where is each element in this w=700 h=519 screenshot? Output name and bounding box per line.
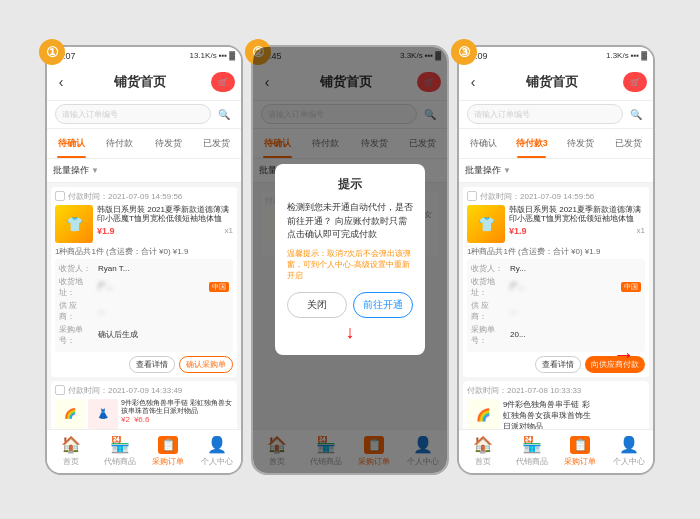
modal-note-2: 温馨提示：取消7次后不会弹出该弹窗，可到个人中心-高级设置中重新开启 <box>287 248 413 282</box>
order-price-1-2a: ¥2 <box>121 415 130 424</box>
tab-1-0[interactable]: 待确认 <box>47 129 96 158</box>
bottom-nav-products-3[interactable]: 🏪 代销商品 <box>508 430 557 473</box>
phone-3: 15:09 1.3K/s ▪▪▪ ▓ ‹ 铺货首页 🛒 请输入订单编号 🔍 <box>457 45 655 475</box>
product-emoji-3-1: 👕 <box>478 216 495 232</box>
action-row-1-1: 查看详情 确认采购单 <box>55 356 233 373</box>
search-btn-3[interactable]: 🔍 <box>627 105 645 123</box>
buyer-label-supplier-1: 供 应 商： <box>59 300 95 322</box>
buyer-info-3-1: 收货人： Ry... 收货地址： 广... 中国 供 应 商： ... 采购单号… <box>467 259 645 352</box>
bottom-nav-home-1[interactable]: 🏠 首页 <box>47 430 96 473</box>
cart-icon-3[interactable]: 🛒 <box>623 72 647 92</box>
order-date-3-1: 付款时间：2021-07-09 14:59:56 <box>480 191 594 202</box>
detail-btn-3-1[interactable]: 查看详情 <box>535 356 581 373</box>
buyer-purchase-1: 确认后生成 <box>98 329 229 340</box>
step-3-container: ③ 15:09 1.3K/s ▪▪▪ ▓ ‹ 铺货首页 🛒 请输入订单编号 🔍 <box>457 45 655 475</box>
orders-icon-3: 📋 <box>570 436 590 454</box>
products-icon-1: 🏪 <box>110 436 130 454</box>
tab-3-0[interactable]: 待确认 <box>459 129 508 158</box>
buyer-label-purchase-3: 采购单号： <box>471 324 507 346</box>
order-qty-3-1: x1 <box>637 226 645 236</box>
cart-symbol-3: 🛒 <box>630 78 640 87</box>
batch-label-1: 批量操作 <box>53 164 89 177</box>
step-3-label: ③ <box>451 39 477 65</box>
batch-arrow-3: ▼ <box>503 166 511 175</box>
order-summary-3-1: 1种商品共1件 (含运费：合计 ¥0) ¥1.9 <box>467 246 645 257</box>
order-img-1-1: 👕 <box>55 205 93 243</box>
bottom-nav-orders-1[interactable]: 📋 采购订单 <box>144 430 193 473</box>
order-header-left-1-1: 付款时间：2021-07-09 14:59:56 <box>55 191 182 202</box>
buyer-row-name-1: 收货人： Ryan T... <box>59 263 229 274</box>
bottom-nav-3: 🏠 首页 🏪 代销商品 📋 采购订单 👤 个人中心 <box>459 429 653 473</box>
buyer-name-1: Ryan T... <box>98 264 229 273</box>
tab-3-3[interactable]: 已发货 <box>605 129 654 158</box>
batch-arrow-1: ▼ <box>91 166 99 175</box>
tab-1-1[interactable]: 待付款 <box>96 129 145 158</box>
tab-3-2[interactable]: 待发货 <box>556 129 605 158</box>
detail-btn-1-1[interactable]: 查看详情 <box>129 356 175 373</box>
buyer-row-addr-1: 收货地址： 广... 中国 <box>59 276 229 298</box>
checkbox-3-1[interactable] <box>467 191 477 201</box>
back-btn-3[interactable]: ‹ <box>465 74 481 90</box>
orders-symbol-1: 📋 <box>161 438 176 452</box>
cart-icon-1[interactable]: 🛒 <box>211 72 235 92</box>
modal-overlay-2: 提示 检测到您未开通自动代付，是否前往开通？ 向应账付款时只需点击确认即可完成付… <box>253 47 447 473</box>
checkbox-1-1[interactable] <box>55 191 65 201</box>
orders-symbol-3: 📋 <box>573 438 588 452</box>
bottom-nav-products-1[interactable]: 🏪 代销商品 <box>96 430 145 473</box>
buyer-label-name-3: 收货人： <box>471 263 507 274</box>
order-header-1-2: 付款时间：2021-07-09 14:33:49 <box>55 385 233 396</box>
top-nav-1: ‹ 铺货首页 🛒 <box>47 65 241 101</box>
rainbow-emoji-3: 🌈 <box>476 408 491 422</box>
red-arrow-2: ↓ <box>346 322 355 342</box>
bottom-nav-home-3[interactable]: 🏠 首页 <box>459 430 508 473</box>
modal-close-btn-2[interactable]: 关闭 <box>287 292 347 318</box>
checkbox-1-2[interactable] <box>55 385 65 395</box>
dress-emoji: 👗 <box>97 408 109 419</box>
nav-title-1: 铺货首页 <box>73 73 207 91</box>
battery-icon-1: ▓ <box>229 51 235 60</box>
order-date-1-1: 付款时间：2021-07-09 14:59:56 <box>68 191 182 202</box>
order-desc-3-2: 9件彩色独角兽串手链 彩虹独角兽女孩串珠首饰生日派对物品 <box>503 399 595 432</box>
order-date-1-2: 付款时间：2021-07-09 14:33:49 <box>68 385 182 396</box>
order-date-3-2: 付款时间：2021-07-08 10:33:33 <box>467 385 581 396</box>
top-nav-3: ‹ 铺货首页 🛒 <box>459 65 653 101</box>
rainbow-emoji: 🌈 <box>64 408 76 419</box>
order-item-1-1: 👕 韩版日系男装 2021夏季新款道德薄满印小恶魔T恤男宽松低领短袖地体恤 ¥1… <box>55 205 233 243</box>
search-bar-3: 请输入订单编号 🔍 <box>459 101 653 129</box>
modal-title-2: 提示 <box>287 176 413 193</box>
confirm-btn-1-1[interactable]: 确认采购单 <box>179 356 233 373</box>
china-tag-3: 中国 <box>621 282 641 292</box>
order-header-left-1-2: 付款时间：2021-07-09 14:33:49 <box>55 385 182 396</box>
bottom-nav-profile-3[interactable]: 👤 个人中心 <box>605 430 654 473</box>
buyer-label-supplier-3: 供 应 商： <box>471 300 507 322</box>
order-header-1-1: 付款时间：2021-07-09 14:59:56 <box>55 191 233 202</box>
batch-ops-3: 批量操作 ▼ <box>459 159 653 183</box>
signal-text-1: 13.1K/s <box>190 51 217 60</box>
order-price-1-2b: ¥6.6 <box>134 415 150 424</box>
nav-title-3: 铺货首页 <box>485 73 619 91</box>
bottom-nav-orders-3[interactable]: 📋 采购订单 <box>556 430 605 473</box>
back-btn-1[interactable]: ‹ <box>53 74 69 90</box>
buyer-row-name-3: 收货人： Ry... <box>471 263 641 274</box>
modal-buttons-2: 关闭 前往开通 <box>287 292 413 318</box>
profile-icon-3: 👤 <box>619 436 639 454</box>
bottom-nav-profile-1[interactable]: 👤 个人中心 <box>193 430 242 473</box>
buyer-purchase-3: 20... <box>510 330 641 339</box>
search-input-3[interactable]: 请输入订单编号 <box>467 104 623 124</box>
home-icon-3: 🏠 <box>473 436 493 454</box>
modal-body-2: 检测到您未开通自动代付，是否前往开通？ 向应账付款时只需点击确认即可完成付款 <box>287 201 413 242</box>
search-input-1[interactable]: 请输入订单编号 <box>55 104 211 124</box>
signal-area-3: 1.3K/s ▪▪▪ ▓ <box>606 51 647 60</box>
modal-go-btn-2[interactable]: 前往开通 <box>353 292 413 318</box>
search-btn-1[interactable]: 🔍 <box>215 105 233 123</box>
buyer-label-addr-3: 收货地址： <box>471 276 507 298</box>
order-img-3-2: 🌈 <box>467 399 499 431</box>
batch-label-3: 批量操作 <box>465 164 501 177</box>
tab-1-3[interactable]: 已发货 <box>193 129 242 158</box>
wifi-icon-3: ▪▪▪ <box>631 51 640 60</box>
tab-3-1[interactable]: 待付款3 <box>508 129 557 158</box>
signal-text-3: 1.3K/s <box>606 51 629 60</box>
cart-symbol-1: 🛒 <box>218 78 228 87</box>
tab-1-2[interactable]: 待发货 <box>144 129 193 158</box>
search-placeholder-3: 请输入订单编号 <box>474 109 530 120</box>
